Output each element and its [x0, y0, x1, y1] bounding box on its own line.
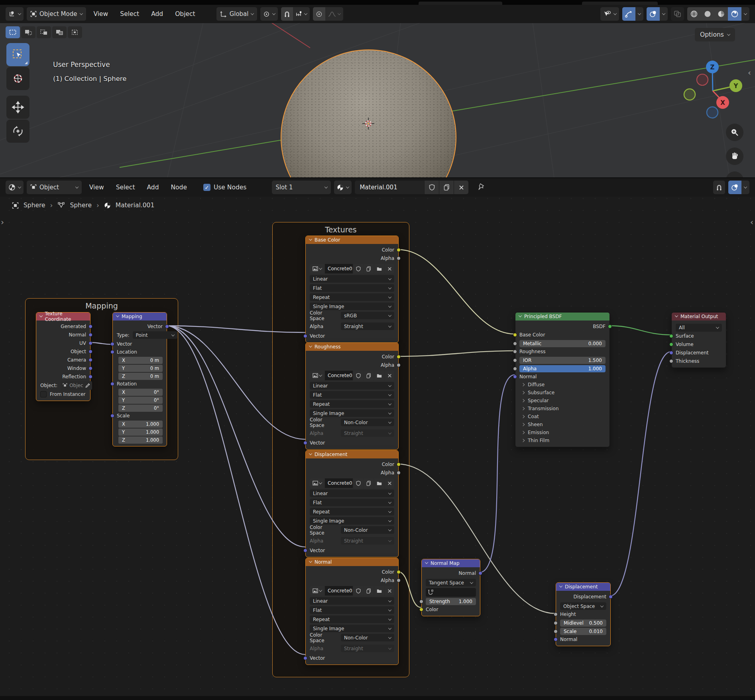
scale-y-field[interactable]: Y1.000: [118, 429, 163, 436]
socket-displacement-input[interactable]: [669, 351, 673, 355]
socket-thickness-input[interactable]: [669, 359, 673, 363]
fake-user-button[interactable]: [354, 264, 363, 273]
rotation-z-field[interactable]: Z0°: [118, 405, 163, 412]
source-dropdown[interactable]: Single Image: [310, 409, 394, 417]
panel-sheen[interactable]: Sheen: [515, 421, 610, 429]
color-space-dropdown[interactable]: Non-Color: [341, 526, 394, 534]
displacement-space-dropdown[interactable]: Object Space: [560, 602, 606, 610]
node-header[interactable]: Displacement: [306, 450, 398, 458]
editor-type-button[interactable]: [6, 7, 24, 21]
color-space-dropdown[interactable]: sRGB: [341, 312, 394, 319]
select-mode-invert[interactable]: [52, 26, 67, 38]
select-mode-subtract[interactable]: [37, 26, 51, 38]
fake-user-button[interactable]: [354, 371, 363, 380]
shading-solid-button[interactable]: [701, 7, 714, 21]
socket-alpha-output[interactable]: [397, 578, 401, 582]
image-name-field[interactable]: Concrete012_4...: [325, 371, 353, 380]
open-image-button[interactable]: [374, 371, 384, 380]
menu-view[interactable]: View: [89, 10, 113, 18]
shading-rendered-button[interactable]: [728, 7, 741, 21]
socket-normal-input[interactable]: [554, 637, 558, 641]
output-target-dropdown[interactable]: All: [676, 324, 722, 332]
browse-material-dropdown[interactable]: [334, 181, 352, 194]
extension-dropdown[interactable]: Repeat: [310, 400, 394, 408]
menu-add[interactable]: Add: [147, 10, 167, 18]
copy-image-button[interactable]: [364, 264, 374, 273]
select-mode-intersect[interactable]: [68, 26, 82, 38]
strength-slider[interactable]: Strength1.000: [426, 598, 476, 605]
socket-location-input[interactable]: [110, 350, 114, 354]
projection-dropdown[interactable]: Flat: [310, 606, 394, 614]
options-dropdown[interactable]: Options: [695, 28, 735, 41]
socket-vector-input[interactable]: [110, 342, 114, 346]
use-nodes-checkbox[interactable]: ✓: [203, 184, 210, 191]
image-name-field[interactable]: Concrete012_4...: [325, 586, 353, 596]
socket-ior-input[interactable]: [513, 358, 517, 362]
node-header[interactable]: Normal Map: [422, 559, 480, 567]
socket-color-input[interactable]: [419, 608, 423, 612]
scale-z-field[interactable]: Z1.000: [118, 437, 163, 444]
rotation-y-field[interactable]: Y0°: [118, 397, 163, 404]
tool-select-box[interactable]: [6, 43, 29, 66]
socket-normal-input[interactable]: [513, 375, 517, 379]
image-browse-button[interactable]: [310, 478, 324, 488]
extension-dropdown[interactable]: Repeat: [310, 293, 394, 301]
socket-metallic-input[interactable]: [513, 342, 517, 346]
socket-roughness-input[interactable]: [513, 350, 517, 354]
node-material-output[interactable]: Material Output All Surface Volume Displ…: [671, 312, 726, 368]
unlink-material-button[interactable]: [454, 181, 468, 194]
panel-diffuse[interactable]: Diffuse: [515, 381, 610, 389]
projection-dropdown[interactable]: Flat: [310, 284, 394, 292]
interpolation-dropdown[interactable]: Linear: [310, 275, 394, 283]
socket-alpha-input[interactable]: [513, 367, 517, 371]
panel-subsurface[interactable]: Subsurface: [515, 389, 610, 397]
panel-specular[interactable]: Specular: [515, 397, 610, 405]
socket-vector-output[interactable]: [165, 324, 169, 328]
projection-dropdown[interactable]: Flat: [310, 391, 394, 399]
editor-type-button[interactable]: [6, 181, 24, 194]
source-dropdown[interactable]: Single Image: [310, 303, 394, 310]
socket-vector-input[interactable]: [303, 549, 307, 553]
unlink-image-button[interactable]: [385, 264, 394, 273]
overlays-settings-dropdown[interactable]: [741, 181, 749, 194]
node-header[interactable]: Displacement: [556, 583, 610, 591]
socket-color-output[interactable]: [397, 355, 401, 359]
sidebar-toggle-arrow[interactable]: ‹: [748, 68, 751, 77]
socket-displacement-output[interactable]: [609, 595, 613, 599]
open-image-button[interactable]: [374, 478, 384, 488]
unlink-image-button[interactable]: [385, 586, 394, 596]
panel-transmission[interactable]: Transmission: [515, 405, 610, 413]
snap-toggle[interactable]: [713, 181, 725, 194]
socket-height-input[interactable]: [554, 612, 558, 616]
mapping-type-dropdown[interactable]: Point: [133, 331, 177, 339]
object-picker-field[interactable]: Objec: [61, 381, 92, 390]
interpolation-dropdown[interactable]: Linear: [310, 490, 394, 497]
fake-user-button[interactable]: [424, 181, 439, 194]
navigation-gizmo[interactable]: Z Y X: [682, 52, 746, 120]
socket-midlevel-input[interactable]: [554, 621, 558, 625]
socket-alpha-output[interactable]: [397, 256, 401, 260]
proportional-edit-toggle[interactable]: [313, 7, 325, 21]
shading-settings-dropdown[interactable]: [741, 7, 749, 21]
shader-type-dropdown[interactable]: Object: [27, 181, 82, 194]
tool-move[interactable]: [6, 96, 29, 119]
node-header[interactable]: Principled BSDF: [515, 313, 610, 321]
panel-emission[interactable]: Emission: [515, 429, 610, 437]
material-name-field[interactable]: Material.001: [355, 184, 424, 191]
socket-surface-input[interactable]: [669, 334, 673, 338]
menu-select[interactable]: Select: [112, 184, 140, 191]
panel-coat[interactable]: Coat: [515, 413, 610, 421]
zoom-button[interactable]: [726, 124, 743, 141]
breadcrumb-material[interactable]: Material.001: [116, 202, 154, 209]
ior-slider[interactable]: IOR1.500: [519, 357, 606, 364]
source-dropdown[interactable]: Single Image: [310, 625, 394, 632]
socket-volume-input[interactable]: [669, 342, 673, 346]
node-image-texture-roughness[interactable]: Roughness Color Alpha Concrete012_4... L…: [305, 342, 399, 450]
shader-editor[interactable]: Textures Mapping Object View: [0, 178, 755, 696]
menu-view[interactable]: View: [85, 184, 108, 191]
socket-vector-input[interactable]: [303, 656, 307, 660]
extension-dropdown[interactable]: Repeat: [310, 508, 394, 515]
socket-vector-input[interactable]: [303, 334, 307, 338]
open-image-button[interactable]: [374, 586, 384, 596]
socket-normal-output[interactable]: [478, 571, 482, 575]
